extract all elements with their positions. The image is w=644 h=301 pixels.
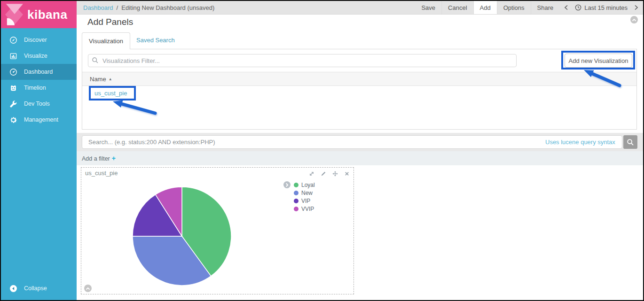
sidebar-item-label: Dashboard <box>24 69 53 75</box>
add-panels-title: Add Panels <box>87 17 133 27</box>
sidebar-item-label: Visualize <box>24 53 47 59</box>
tab-visualization[interactable]: Visualization <box>82 32 130 49</box>
kibana-window: kibana Discover Visualize Dashboard <box>0 0 644 301</box>
query-search-button[interactable] <box>623 135 637 149</box>
visualizations-filter-input[interactable] <box>88 54 517 67</box>
kibana-logo-mark <box>5 4 23 25</box>
add-new-visualization-button[interactable]: Add new Visualization <box>565 54 632 68</box>
query-search-input[interactable] <box>82 135 622 149</box>
visualization-link-us-cust-pie[interactable]: us_cust_pie <box>94 90 127 97</box>
tab-saved-search[interactable]: Saved Search <box>136 37 175 44</box>
breadcrumb-separator: / <box>117 4 118 11</box>
sidebar-collapse-label: Collapse <box>24 285 47 292</box>
legend-item-vip[interactable]: VIP <box>294 197 315 205</box>
sort-asc-icon: ▲ <box>109 77 112 81</box>
sidebar-item-timelion[interactable]: Timelion <box>1 80 77 96</box>
chevron-right-circle-icon <box>285 183 289 187</box>
sidebar-item-label: Management <box>24 116 58 123</box>
chevron-left-icon <box>564 5 568 10</box>
topbar: Dashboard / Editing New Dashboard (unsav… <box>77 1 643 15</box>
gauge-icon <box>9 68 17 76</box>
sidebar-item-dev-tools[interactable]: Dev Tools <box>1 96 77 112</box>
legend-toggle-button[interactable] <box>283 181 291 188</box>
brand-name: kibana <box>27 8 67 22</box>
time-back-button[interactable] <box>559 1 573 14</box>
sidebar: Discover Visualize Dashboard Timelion <box>1 28 77 300</box>
breadcrumb-dashboard-link[interactable]: Dashboard <box>83 4 113 11</box>
sidebar-item-label: Dev Tools <box>24 100 50 107</box>
add-panels-pane: 1-1 of 1 Add new Visualization Name ▲ us… <box>82 49 637 130</box>
plus-icon: + <box>112 154 116 162</box>
table-header-name[interactable]: Name ▲ <box>82 72 636 86</box>
clock-icon <box>575 4 581 11</box>
sidebar-item-visualize[interactable]: Visualize <box>1 48 77 64</box>
bar-chart-icon <box>9 52 17 60</box>
legend-label: VIP <box>301 198 310 204</box>
legend-label: New <box>301 190 313 196</box>
legend-dot <box>294 199 298 203</box>
chevron-up-circle-icon <box>632 18 636 22</box>
legend-item-vvip[interactable]: VVIP <box>294 205 315 213</box>
cancel-button[interactable]: Cancel <box>441 1 473 14</box>
sidebar-item-discover[interactable]: Discover <box>1 32 77 48</box>
add-button[interactable]: Add <box>473 1 497 14</box>
legend-item-new[interactable]: New <box>294 189 315 197</box>
save-button[interactable]: Save <box>415 1 441 14</box>
sidebar-item-dashboard[interactable]: Dashboard <box>1 64 77 80</box>
timepicker-button[interactable]: Last 15 minutes <box>573 1 629 14</box>
chevron-left-circle-icon <box>9 285 17 293</box>
timepicker-label: Last 15 minutes <box>584 4 628 11</box>
share-button[interactable]: Share <box>531 1 560 14</box>
search-icon <box>627 139 634 146</box>
filter-bar: Add a filter+ <box>77 151 643 165</box>
legend-label: Loyal <box>301 182 315 188</box>
legend-dot <box>294 183 298 187</box>
breadcrumb-current: Editing New Dashboard (unsaved) <box>121 4 214 11</box>
sidebar-item-label: Timelion <box>24 85 46 91</box>
panel-scroll-top-button[interactable] <box>84 285 92 292</box>
legend-dot <box>294 191 298 195</box>
legend-label: VVIP <box>301 206 314 212</box>
wrench-icon <box>9 100 17 108</box>
breadcrumb: Dashboard / Editing New Dashboard (unsav… <box>77 4 214 11</box>
chevron-right-icon <box>634 5 638 10</box>
timelion-icon <box>9 84 17 92</box>
sidebar-item-label: Discover <box>24 37 47 43</box>
query-bar: Uses lucene query syntax <box>77 133 643 151</box>
lucene-syntax-link[interactable]: Uses lucene query syntax <box>545 139 615 146</box>
dashboard-panel-us-cust-pie: us_cust_pie LoyalNewVIPVVIP <box>81 167 354 294</box>
search-icon <box>92 57 99 66</box>
time-forward-button[interactable] <box>629 1 643 14</box>
sidebar-collapse-button[interactable]: Collapse <box>1 280 77 296</box>
gear-icon <box>9 116 17 124</box>
options-button[interactable]: Options <box>497 1 531 14</box>
add-filter-link[interactable]: Add a filter+ <box>82 154 116 162</box>
add-panels-collapse-toggle[interactable] <box>630 16 638 23</box>
chevron-up-circle-icon <box>86 287 90 290</box>
legend-item-loyal[interactable]: Loyal <box>294 181 315 189</box>
kibana-logo[interactable]: kibana <box>1 1 77 28</box>
sidebar-item-management[interactable]: Management <box>1 112 77 128</box>
legend-dot <box>294 207 298 211</box>
compass-icon <box>9 36 17 44</box>
